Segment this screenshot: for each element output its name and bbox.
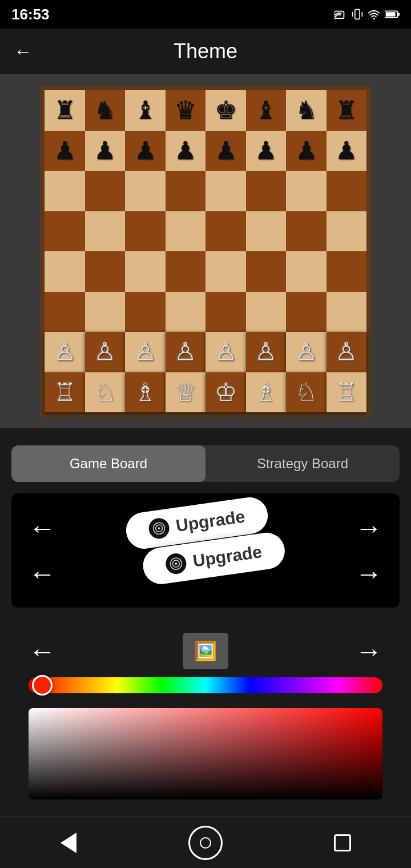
status-time: 16:53 bbox=[11, 6, 50, 23]
upgrade-label-1: Upgrade bbox=[175, 507, 246, 536]
chess-cell: ♙ bbox=[327, 332, 367, 372]
chess-cell: ♟ bbox=[45, 131, 85, 171]
home-circle-icon bbox=[188, 826, 223, 860]
vibrate-icon bbox=[352, 9, 363, 20]
chess-cell: ♗ bbox=[246, 372, 287, 413]
chess-cell bbox=[85, 211, 126, 252]
recent-square-icon bbox=[334, 834, 351, 851]
chess-cell: ♟ bbox=[246, 131, 287, 171]
svg-rect-7 bbox=[386, 12, 396, 16]
chess-cell bbox=[206, 251, 246, 292]
chess-cell bbox=[327, 211, 367, 252]
tab-strategy-board[interactable]: Strategy Board bbox=[206, 445, 400, 482]
chess-cell bbox=[246, 171, 287, 211]
chess-cell bbox=[286, 211, 327, 252]
back-button[interactable]: ← bbox=[14, 41, 32, 62]
piece-nav-right-1[interactable]: → bbox=[355, 512, 382, 544]
header: ← Theme bbox=[0, 29, 411, 74]
chess-cell bbox=[125, 211, 166, 252]
chess-cell: ♜ bbox=[327, 90, 367, 131]
chess-cell bbox=[327, 292, 367, 332]
chess-cell: ♖ bbox=[45, 372, 85, 413]
chess-cell: ♝ bbox=[125, 90, 166, 131]
board-nav-left[interactable]: ← bbox=[29, 636, 56, 667]
hue-thumb[interactable] bbox=[32, 675, 53, 696]
chess-cell: ♙ bbox=[85, 332, 126, 372]
svg-point-14 bbox=[175, 562, 178, 565]
chess-cell bbox=[85, 292, 126, 332]
theme-controls: Game Board Strategy Board Upgrade bbox=[0, 434, 411, 831]
chess-cell bbox=[286, 292, 327, 332]
chess-cell bbox=[286, 171, 327, 211]
chess-cell bbox=[206, 171, 246, 211]
chess-cell: ♟ bbox=[85, 131, 126, 171]
chess-cell bbox=[45, 171, 85, 211]
chess-cell: ♟ bbox=[286, 131, 327, 171]
chess-cell: ♙ bbox=[166, 332, 206, 372]
chess-cell: ♜ bbox=[45, 90, 85, 131]
chess-cell bbox=[327, 171, 367, 211]
color-picker-gradient[interactable] bbox=[29, 708, 382, 799]
chess-board-container: ♜♞♝♛♚♝♞♜♟♟♟♟♟♟♟♟♙♙♙♙♙♙♙♙♖♘♗♕♔♗♘♖ bbox=[0, 74, 411, 428]
chess-cell: ♚ bbox=[206, 90, 246, 131]
chess-cell: ♞ bbox=[286, 90, 327, 131]
status-icons bbox=[335, 9, 400, 20]
piece-nav-right-2[interactable]: → bbox=[355, 558, 382, 589]
nav-back-button[interactable] bbox=[46, 820, 91, 866]
chess-cell: ♟ bbox=[166, 131, 206, 171]
image-nav-row: ← 🖼️ → bbox=[29, 628, 382, 674]
wifi-icon bbox=[368, 9, 380, 19]
board-image-icon: 🖼️ bbox=[194, 640, 217, 662]
upgrade-icon-1 bbox=[147, 517, 171, 540]
upgrade-icon-2 bbox=[164, 552, 188, 576]
chess-cell bbox=[246, 292, 287, 332]
chess-cell bbox=[166, 211, 206, 252]
upgrade-overlay: Upgrade Upgrade bbox=[126, 505, 268, 586]
chess-cell bbox=[286, 251, 327, 292]
chess-cell bbox=[246, 211, 287, 252]
chess-cell: ♙ bbox=[246, 332, 287, 372]
svg-point-1 bbox=[335, 17, 336, 19]
chess-cell: ♙ bbox=[286, 332, 327, 372]
svg-rect-2 bbox=[355, 10, 360, 19]
chess-cell bbox=[85, 171, 126, 211]
chess-cell: ♝ bbox=[246, 90, 287, 131]
nav-home-button[interactable] bbox=[183, 820, 228, 866]
chess-cell bbox=[125, 292, 166, 332]
board-color-section: ← 🖼️ → bbox=[11, 617, 400, 811]
chess-cell bbox=[166, 171, 206, 211]
home-circle-inner bbox=[200, 837, 211, 849]
chess-cell: ♙ bbox=[125, 332, 166, 372]
chess-cell bbox=[246, 251, 287, 292]
chess-board: ♜♞♝♛♚♝♞♜♟♟♟♟♟♟♟♟♙♙♙♙♙♙♙♙♖♘♗♕♔♗♘♖ bbox=[40, 86, 371, 417]
nav-recent-button[interactable] bbox=[320, 820, 365, 866]
chess-cell bbox=[166, 251, 206, 292]
piece-nav-left-1[interactable]: ← bbox=[29, 512, 56, 544]
back-triangle-icon bbox=[61, 833, 76, 853]
hue-slider[interactable] bbox=[29, 674, 382, 697]
tab-game-board[interactable]: Game Board bbox=[11, 445, 206, 482]
board-preview: 🖼️ bbox=[183, 633, 228, 669]
chess-cell: ♙ bbox=[45, 332, 85, 372]
chess-cell bbox=[125, 171, 166, 211]
chess-cell: ♞ bbox=[85, 90, 126, 131]
chess-cell: ♘ bbox=[85, 372, 126, 413]
bottom-nav bbox=[0, 817, 411, 868]
chess-cell bbox=[206, 292, 246, 332]
chess-cell: ♙ bbox=[206, 332, 246, 372]
svg-rect-8 bbox=[398, 13, 400, 16]
cast-icon bbox=[335, 9, 347, 19]
chess-cell: ♟ bbox=[327, 131, 367, 171]
chess-cell bbox=[45, 251, 85, 292]
hue-track bbox=[29, 677, 382, 693]
chess-cell bbox=[85, 251, 126, 292]
board-nav-right[interactable]: → bbox=[355, 636, 382, 667]
chess-cell: ♟ bbox=[125, 131, 166, 171]
chess-cell bbox=[45, 292, 85, 332]
chess-cell bbox=[166, 292, 206, 332]
chess-cell: ♕ bbox=[166, 372, 206, 413]
upgrade-label-2: Upgrade bbox=[192, 542, 263, 571]
board-tabs: Game Board Strategy Board bbox=[11, 445, 400, 482]
chess-cell: ♟ bbox=[206, 131, 246, 171]
piece-nav-left-2[interactable]: ← bbox=[29, 558, 56, 589]
